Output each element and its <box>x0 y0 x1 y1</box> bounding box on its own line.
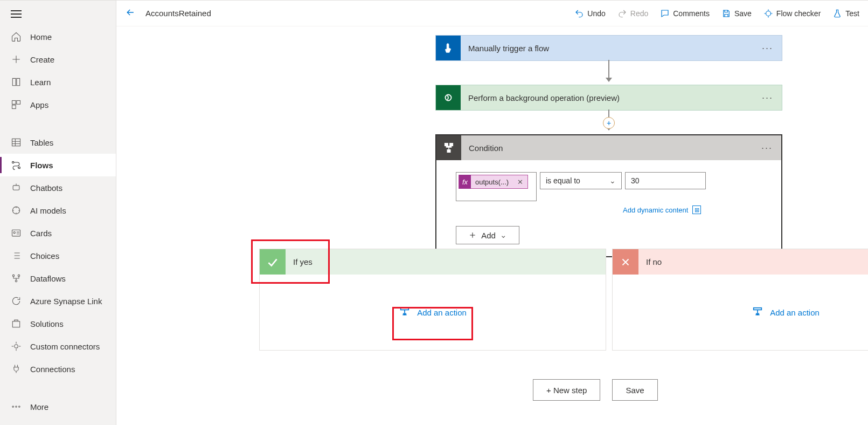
operator-label: is equal to <box>546 176 580 185</box>
flask-icon <box>832 9 842 18</box>
sidebar-item-label: Dataflows <box>30 274 66 283</box>
condition-title: Condition <box>461 143 753 153</box>
rhs-value: 30 <box>631 176 640 185</box>
bottom-buttons: + New step Save <box>533 379 658 401</box>
operator-select[interactable]: is equal to ⌄ <box>540 172 622 189</box>
redo-icon <box>617 9 627 18</box>
connector-icon <box>11 341 22 352</box>
svg-rect-13 <box>12 321 19 327</box>
sidebar-item-ai-models[interactable]: AI models <box>0 199 116 222</box>
nav-group-primary: Home Create Learn Apps <box>0 25 116 120</box>
svg-point-16 <box>16 406 17 408</box>
flow-checker-button[interactable]: Flow checker <box>763 9 821 18</box>
sidebar-item-label: AI models <box>30 206 66 215</box>
remove-token-button[interactable]: ✕ <box>513 178 527 186</box>
plug-icon <box>11 364 22 374</box>
svg-point-12 <box>15 280 17 282</box>
add-label: Add <box>481 231 496 240</box>
save-flow-button[interactable]: Save <box>612 379 657 401</box>
sidebar-item-label: Azure Synapse Link <box>30 297 102 306</box>
comment-icon <box>660 9 670 18</box>
sidebar-item-solutions[interactable]: Solutions <box>0 312 116 335</box>
svg-rect-19 <box>445 143 448 146</box>
sidebar-item-create[interactable]: Create <box>0 48 116 71</box>
add-dynamic-content-link[interactable]: Add dynamic content ⊞ <box>623 205 762 214</box>
svg-rect-1 <box>17 101 20 105</box>
condition-icon <box>436 135 461 160</box>
sidebar-item-cards[interactable]: Cards <box>0 222 116 244</box>
insert-step-button[interactable]: + <box>603 117 615 129</box>
sidebar-item-home[interactable]: Home <box>0 25 116 48</box>
sidebar-item-label: Chatbots <box>30 183 63 193</box>
sidebar-item-label: Custom connectors <box>30 342 100 351</box>
save-button[interactable]: Save <box>721 9 752 18</box>
save-icon <box>721 9 731 18</box>
condition-menu-button[interactable]: ··· <box>753 142 781 154</box>
svg-rect-22 <box>401 308 409 310</box>
hamburger-icon <box>11 10 22 18</box>
apps-icon <box>11 99 22 110</box>
action-menu-button[interactable]: ··· <box>753 92 782 104</box>
hamburger-menu-button[interactable] <box>0 1 116 25</box>
sidebar-item-flows[interactable]: Flows <box>0 154 116 176</box>
sidebar-item-choices[interactable]: Choices <box>0 244 116 267</box>
sidebar-item-chatbots[interactable]: Chatbots <box>0 176 116 199</box>
trigger-card-header: Manually trigger a flow ··· <box>436 36 782 60</box>
sidebar-item-label: Choices <box>30 251 59 261</box>
new-step-button[interactable]: + New step <box>533 379 600 401</box>
topbar: AccountsRetained Undo Redo Comments Save… <box>116 1 868 26</box>
svg-point-11 <box>18 275 19 276</box>
dataflow-icon <box>11 273 22 284</box>
flow-canvas: Manually trigger a flow ··· Perform a ba… <box>116 26 868 425</box>
sidebar-item-learn[interactable]: Learn <box>0 71 116 93</box>
trigger-menu-button[interactable]: ··· <box>753 43 782 54</box>
svg-point-5 <box>18 167 20 168</box>
sidebar-item-label: Solutions <box>30 319 64 328</box>
checker-icon <box>763 9 773 18</box>
comments-button[interactable]: Comments <box>660 9 710 18</box>
if-yes-branch[interactable]: If yes Add an action <box>259 249 606 351</box>
expression-token[interactable]: fx outputs(...) ✕ <box>459 175 528 189</box>
condition-rhs-input[interactable]: 30 <box>625 172 706 189</box>
sidebar-item-dataflows[interactable]: Dataflows <box>0 267 116 290</box>
if-no-header: If no <box>613 249 868 275</box>
add-action-yes-button[interactable]: Add an action <box>399 306 467 318</box>
sidebar-item-apps[interactable]: Apps <box>0 93 116 116</box>
undo-label: Undo <box>587 9 605 18</box>
condition-card[interactable]: Condition ··· fx outputs(...) ✕ <box>435 134 782 257</box>
sidebar-item-more[interactable]: More <box>0 395 116 418</box>
touch-icon <box>436 36 461 60</box>
page-title: AccountsRetained <box>145 9 211 18</box>
redo-label: Redo <box>630 9 648 18</box>
table-icon <box>11 137 22 148</box>
svg-point-9 <box>13 232 15 234</box>
home-icon <box>11 31 22 42</box>
list-icon <box>11 250 22 261</box>
add-action-icon <box>752 306 763 318</box>
test-button[interactable]: Test <box>832 9 859 18</box>
add-row-button[interactable]: Add ⌄ <box>456 226 519 244</box>
if-yes-title: If yes <box>286 257 313 266</box>
trigger-card[interactable]: Manually trigger a flow ··· <box>435 35 782 61</box>
svg-point-18 <box>766 11 770 16</box>
svg-point-14 <box>15 345 18 348</box>
chevron-down-icon: ⌄ <box>500 230 507 240</box>
add-action-no-button[interactable]: Add an action <box>752 306 820 318</box>
undo-button[interactable]: Undo <box>574 9 605 18</box>
svg-rect-20 <box>450 143 453 146</box>
action-card[interactable]: Perform a background operation (preview)… <box>435 85 782 111</box>
sidebar-item-synapse[interactable]: Azure Synapse Link <box>0 290 116 312</box>
sidebar-item-connections[interactable]: Connections <box>0 358 116 380</box>
check-icon <box>260 249 286 275</box>
fx-icon: fx <box>459 175 471 189</box>
sidebar-item-connectors[interactable]: Custom connectors <box>0 335 116 358</box>
sidebar-item-label: Connections <box>30 365 75 374</box>
back-button[interactable] <box>125 7 136 20</box>
svg-rect-21 <box>447 150 450 153</box>
condition-lhs-input[interactable]: fx outputs(...) ✕ <box>456 172 537 201</box>
sidebar-item-label: Flows <box>30 161 53 170</box>
redo-button[interactable]: Redo <box>617 9 648 18</box>
sidebar-item-tables[interactable]: Tables <box>0 131 116 154</box>
more-icon <box>11 401 22 412</box>
if-no-branch[interactable]: If no Add an action <box>612 249 868 351</box>
